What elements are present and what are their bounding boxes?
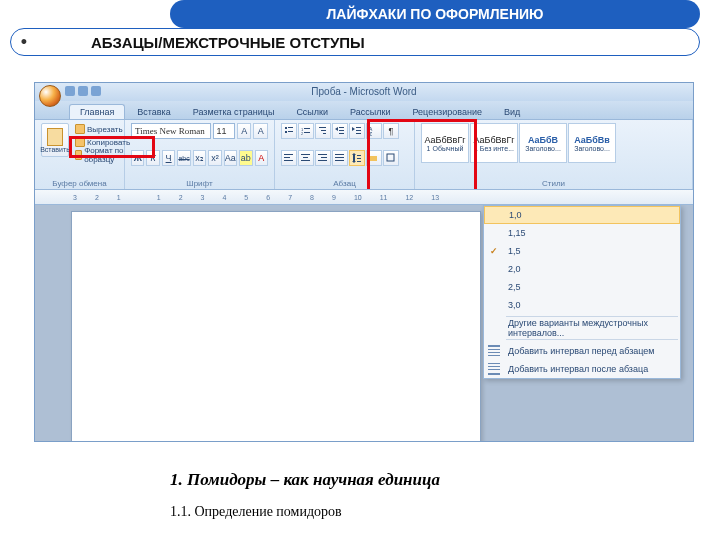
svg-rect-48 [488, 373, 500, 375]
ls-add-space-after[interactable]: Добавить интервал после абзаца [484, 360, 680, 378]
borders-button[interactable] [383, 150, 399, 166]
numbering-icon: 12 [301, 126, 311, 136]
svg-rect-46 [488, 366, 500, 367]
svg-rect-31 [335, 157, 344, 158]
svg-rect-45 [488, 363, 500, 364]
style-normal[interactable]: АаБбВвГг1 Обычный [421, 123, 469, 163]
style-heading1[interactable]: АаБбВЗаголово... [519, 123, 567, 163]
align-left-icon [284, 153, 294, 163]
document-area[interactable]: 1,0 1,15 ✓1,5 2,0 2,5 3,0 Другие вариант… [35, 205, 693, 441]
ls-option-3-0[interactable]: 3,0 [484, 296, 680, 314]
shrink-font-button[interactable]: A [253, 123, 268, 139]
group-label-font: Шрифт [131, 179, 268, 188]
svg-rect-47 [488, 369, 500, 370]
tab-references[interactable]: Ссылки [286, 105, 338, 119]
bullets-icon [284, 126, 294, 136]
office-button[interactable] [39, 85, 61, 107]
superscript-button[interactable]: x² [208, 150, 221, 166]
sort-button[interactable]: AZ [366, 123, 382, 139]
svg-rect-37 [357, 158, 361, 159]
highlight-button[interactable]: ab [239, 150, 252, 166]
numbering-button[interactable]: 12 [298, 123, 314, 139]
indent-icon [352, 126, 362, 136]
ls-option-1-15[interactable]: 1,15 [484, 224, 680, 242]
svg-rect-23 [284, 160, 293, 161]
svg-rect-16 [356, 127, 361, 128]
font-color-button[interactable]: A [255, 150, 268, 166]
font-name-combo[interactable]: Times New Roman [131, 123, 211, 139]
group-label-paragraph: Абзац [281, 179, 408, 188]
ls-more-options[interactable]: Другие варианты междустрочных интервалов… [484, 319, 680, 337]
svg-rect-8 [319, 127, 326, 128]
tab-home[interactable]: Главная [69, 104, 125, 119]
strike-button[interactable]: abc [177, 150, 190, 166]
increase-indent-button[interactable] [349, 123, 365, 139]
bullets-button[interactable] [281, 123, 297, 139]
svg-rect-41 [488, 345, 500, 347]
outdent-icon [335, 126, 345, 136]
word-window: Проба - Microsoft Word Главная Вставка Р… [34, 82, 694, 442]
ls-option-2-0[interactable]: 2,0 [484, 260, 680, 278]
multilevel-button[interactable] [315, 123, 331, 139]
line-spacing-menu: 1,0 1,15 ✓1,5 2,0 2,5 3,0 Другие вариант… [483, 205, 681, 379]
style-heading2[interactable]: АаБбВвЗаголово... [568, 123, 616, 163]
svg-rect-2 [285, 131, 287, 133]
group-label-clipboard: Буфер обмена [41, 179, 118, 188]
bullet: • [17, 32, 31, 53]
svg-rect-21 [284, 154, 293, 155]
tab-layout[interactable]: Разметка страницы [183, 105, 285, 119]
align-left-button[interactable] [281, 150, 297, 166]
tab-view[interactable]: Вид [494, 105, 530, 119]
show-marks-button[interactable]: ¶ [383, 123, 399, 139]
align-right-button[interactable] [315, 150, 331, 166]
style-no-spacing[interactable]: АаБбВвГг1 Без инте... [470, 123, 518, 163]
svg-rect-42 [488, 349, 500, 350]
subscript-button[interactable]: x₂ [193, 150, 206, 166]
svg-rect-10 [323, 133, 326, 134]
group-label-styles: Стили [421, 179, 686, 188]
text-effects-button[interactable]: Aa [224, 150, 237, 166]
align-center-button[interactable] [298, 150, 314, 166]
align-center-icon [301, 153, 311, 163]
bold-button[interactable]: Ж [131, 150, 144, 166]
svg-marker-33 [352, 153, 356, 155]
svg-rect-13 [339, 130, 344, 131]
svg-rect-0 [285, 127, 287, 129]
svg-marker-15 [352, 127, 355, 131]
slide-subhead-box: • АБЗАЦЫ/МЕЖСТРОЧНЫЕ ОТСТУПЫ [10, 28, 700, 56]
shading-button[interactable] [366, 150, 382, 166]
svg-rect-12 [339, 127, 344, 128]
justify-button[interactable] [332, 150, 348, 166]
ls-option-1-5[interactable]: ✓1,5 [484, 242, 680, 260]
menu-separator [506, 316, 678, 317]
svg-rect-25 [303, 157, 308, 158]
ls-add-space-before[interactable]: Добавить интервал перед абзацем [484, 342, 680, 360]
font-size-combo[interactable]: 11 [213, 123, 235, 139]
line-spacing-button[interactable] [349, 150, 365, 166]
svg-rect-29 [318, 160, 327, 161]
svg-marker-35 [352, 161, 356, 163]
ruler[interactable]: 32112345678910111213 [35, 189, 693, 205]
decrease-indent-button[interactable] [332, 123, 348, 139]
page[interactable] [71, 211, 481, 441]
window-title: Проба - Microsoft Word [311, 86, 416, 97]
ls-option-2-5[interactable]: 2,5 [484, 278, 680, 296]
cut-button[interactable]: Вырезать [73, 123, 132, 135]
format-painter-button[interactable]: Формат по образцу [73, 149, 132, 161]
svg-text:Z: Z [369, 131, 372, 136]
document-text: 1. Помидоры – как научная единица 1.1. О… [170, 470, 440, 520]
doc-heading-2: 1.1. Определение помидоров [170, 504, 440, 520]
grow-font-button[interactable]: A [237, 123, 252, 139]
tab-insert[interactable]: Вставка [127, 105, 180, 119]
line-spacing-icon [352, 153, 362, 163]
paste-button[interactable]: Вставить [41, 123, 69, 157]
ls-option-1-0[interactable]: 1,0 [484, 206, 680, 224]
titlebar: Проба - Microsoft Word [35, 83, 693, 101]
quick-access-toolbar[interactable] [65, 86, 101, 96]
underline-button[interactable]: Ч [162, 150, 175, 166]
svg-text:2: 2 [301, 131, 304, 136]
tab-review[interactable]: Рецензирование [402, 105, 492, 119]
tab-mailings[interactable]: Рассылки [340, 105, 400, 119]
italic-button[interactable]: К [146, 150, 159, 166]
svg-rect-36 [357, 155, 361, 156]
